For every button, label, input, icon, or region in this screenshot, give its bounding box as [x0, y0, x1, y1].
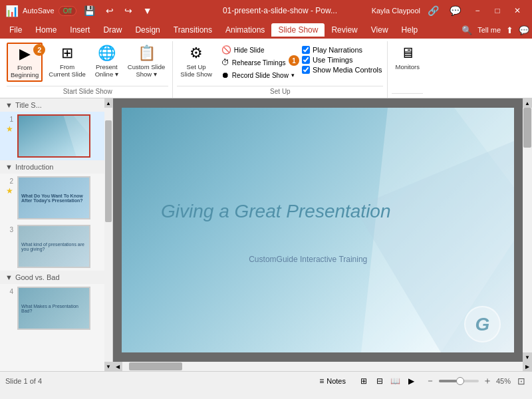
collapse-icon-1: ▼ — [5, 101, 13, 109]
tell-me-label[interactable]: Tell me — [477, 26, 501, 34]
menu-design[interactable]: Design — [128, 23, 166, 37]
zoom-control: － ＋ 45% — [424, 375, 511, 387]
play-narrations-input[interactable] — [302, 46, 310, 54]
h-scroll-thumb[interactable] — [129, 362, 182, 370]
show-media-controls-checkbox[interactable]: Show Media Controls — [301, 65, 384, 74]
comments-ribbon-icon[interactable]: 💬 — [519, 25, 529, 35]
slide-thumb-2[interactable]: 2 ★ What Do You Want To Know After Today… — [0, 174, 112, 222]
logo-char: G — [475, 314, 490, 335]
slide-count: Slide 1 of 4 — [5, 377, 42, 385]
title-bar-right: Kayla Claypool 🔗 💬 − □ ✕ — [372, 3, 527, 18]
close-button[interactable]: ✕ — [508, 3, 527, 18]
normal-view-button[interactable]: ⊞ — [356, 374, 371, 388]
save-button[interactable]: 💾 — [80, 4, 98, 17]
zoom-minus-button[interactable]: － — [424, 375, 436, 387]
from-current-slide-button[interactable]: ⊞ FromCurrent Slide — [45, 43, 88, 80]
present-online-button[interactable]: 🌐 PresentOnline ▾ — [92, 43, 122, 80]
slideshow-view-button[interactable]: ▶ — [404, 374, 419, 388]
menu-file[interactable]: File — [3, 23, 29, 37]
slide-decorations — [122, 108, 514, 352]
slide-text-4: What Makes a Presentation Bad? — [19, 301, 89, 316]
show-media-controls-input[interactable] — [302, 66, 310, 74]
share-ribbon-icon[interactable]: ⬆ — [506, 25, 513, 35]
slide-thumb-1[interactable]: 1 ★ — [0, 112, 112, 160]
use-timings-input[interactable] — [302, 56, 310, 64]
undo-button[interactable]: ↩ — [102, 4, 117, 17]
zoom-handle[interactable] — [456, 377, 464, 385]
share-button[interactable]: 🔗 — [424, 4, 442, 17]
h-scroll-right[interactable]: ▶ — [523, 362, 532, 371]
panel-scroll-down[interactable]: ▼ — [104, 362, 112, 371]
record-slide-show-button[interactable]: ⏺ Record Slide Show ▾ — [218, 69, 298, 81]
menu-review[interactable]: Review — [325, 23, 364, 37]
slide-thumb-4[interactable]: 4 What Makes a Presentation Bad? — [0, 284, 112, 332]
menu-draw[interactable]: Draw — [96, 23, 128, 37]
collapse-icon-2: ▼ — [5, 163, 13, 171]
section-title-label-1: Title S... — [15, 101, 42, 109]
maximize-button[interactable]: □ — [488, 3, 507, 18]
redo-button[interactable]: ↪ — [121, 4, 136, 17]
search-icon[interactable]: 🔍 — [462, 25, 472, 35]
panel-scrollbar: ▲ ▼ — [104, 98, 112, 371]
customize-toolbar-button[interactable]: ▼ — [140, 4, 156, 17]
slide-thumb-3[interactable]: 3 What kind of presentations are you giv… — [0, 222, 112, 271]
play-narrations-checkbox[interactable]: Play Narrations — [301, 45, 384, 55]
menu-view[interactable]: View — [364, 23, 395, 37]
slide-canvas: Giving a Great Presentation CustomGuide … — [122, 108, 514, 352]
scroll-thumb[interactable] — [523, 108, 531, 148]
zoom-percent[interactable]: 45% — [496, 377, 511, 385]
comments-button[interactable]: 💬 — [446, 4, 464, 17]
h-scroll-left[interactable]: ◀ — [113, 362, 122, 371]
present-online-icon: 🌐 — [98, 45, 116, 62]
from-beginning-icon: ▶ — [19, 45, 31, 63]
section-introduction[interactable]: ▼ Introduction — [0, 160, 112, 174]
panel-scroll-thumb[interactable] — [105, 120, 112, 222]
zoom-fill — [439, 380, 457, 382]
main-area: ▼ Title S... 1 ★ — [0, 98, 532, 371]
menu-bar: File Home Insert Draw Design Transitions… — [0, 21, 532, 39]
badge-1: 1 — [289, 55, 299, 66]
play-narrations-label: Play Narrations — [313, 46, 362, 54]
slide-image-1 — [17, 114, 90, 158]
h-scroll-track — [122, 362, 523, 371]
group-label-start: Start Slide Show — [7, 86, 168, 96]
monitor-icon: 🖥 — [400, 45, 415, 62]
panel-scroll-up[interactable]: ▲ — [104, 98, 112, 108]
main-canvas: Giving a Great Presentation CustomGuide … — [113, 98, 523, 362]
notes-button[interactable]: ≡ Notes — [314, 375, 351, 387]
monitors-button[interactable]: 🖥 Monitors — [392, 43, 422, 72]
menu-slideshow[interactable]: Slide Show — [271, 23, 325, 37]
slide-sorter-button[interactable]: ⊟ — [372, 374, 387, 388]
notes-icon: ≡ — [319, 376, 324, 386]
scroll-down-arrow[interactable]: ▼ — [523, 352, 532, 362]
ribbon-buttons-monitors: 🖥 Monitors — [392, 43, 422, 93]
title-bar-center: 01-present-a-slide-show - Pow... — [188, 6, 371, 15]
rehearse-timings-button[interactable]: ⏱ Rehearse Timings — [218, 57, 298, 68]
menu-home[interactable]: Home — [29, 23, 63, 37]
filename: 01-present-a-slide-show - Pow... — [223, 6, 337, 15]
menu-insert[interactable]: Insert — [63, 23, 96, 37]
fit-to-window-button[interactable]: ⊡ — [516, 376, 527, 386]
reading-view-button[interactable]: 📖 — [388, 374, 403, 388]
setup-slide-show-button[interactable]: ⚙ Set UpSlide Show — [177, 43, 215, 80]
zoom-plus-button[interactable]: ＋ — [481, 375, 493, 387]
zoom-track[interactable] — [439, 380, 479, 382]
custom-slide-show-button[interactable]: 📋 Custom SlideShow ▾ — [124, 43, 169, 80]
section-good-vs-bad[interactable]: ▼ Good vs. Bad — [0, 271, 112, 284]
section-title-s[interactable]: ▼ Title S... — [0, 98, 112, 112]
slide-text-3: What kind of presentations are you givin… — [19, 239, 89, 254]
ribbon-group-monitors: 🖥 Monitors — [388, 41, 426, 98]
star-1: ★ — [6, 124, 13, 134]
group-label-monitors — [392, 93, 422, 96]
minimize-button[interactable]: − — [468, 3, 487, 18]
autosave-toggle[interactable]: Off — [59, 6, 76, 16]
hide-slide-button[interactable]: 🚫 Hide Slide — [218, 44, 298, 56]
use-timings-checkbox[interactable]: Use Timings — [301, 55, 384, 65]
slide-meta-1: 1 ★ — [5, 114, 13, 134]
menu-animations[interactable]: Animations — [219, 23, 271, 37]
scroll-up-arrow[interactable]: ▲ — [523, 98, 532, 108]
hide-slide-icon: 🚫 — [221, 45, 231, 55]
menu-help[interactable]: Help — [395, 23, 425, 37]
menu-transitions[interactable]: Transitions — [167, 23, 219, 37]
slide-num-1: 1 — [5, 116, 13, 123]
